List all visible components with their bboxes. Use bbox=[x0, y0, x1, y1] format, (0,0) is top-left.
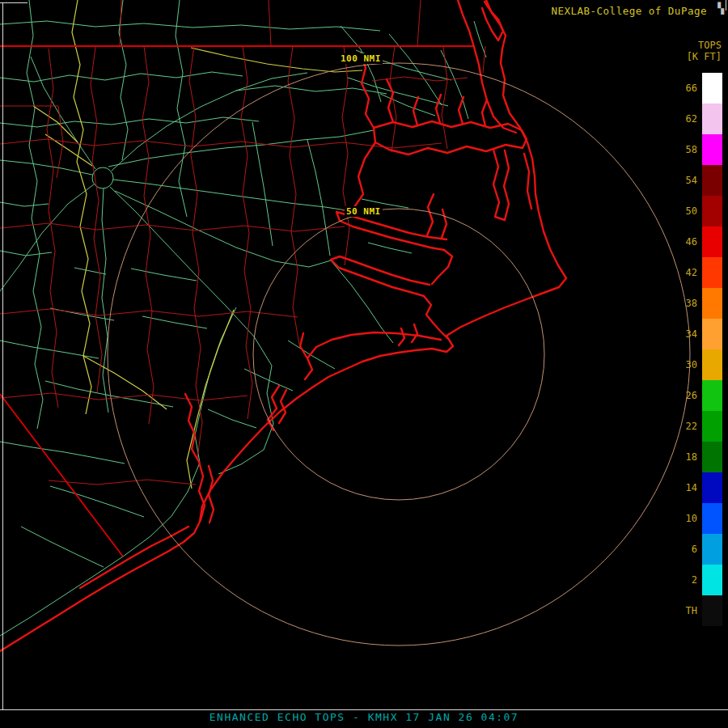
secondary-roads-path bbox=[176, 0, 187, 217]
secondary-roads-path bbox=[0, 202, 49, 206]
coastline-path bbox=[482, 99, 487, 126]
frame-border-bottom bbox=[0, 709, 728, 710]
pungo-river bbox=[427, 194, 434, 235]
colorbar-tick-label: 46 bbox=[675, 226, 702, 257]
county-boundaries-path bbox=[142, 46, 154, 424]
colorbar-swatch bbox=[702, 534, 722, 565]
colorbar-tick-label: 62 bbox=[675, 104, 702, 134]
secondary-roads-path bbox=[0, 117, 259, 127]
frame-border-topleft bbox=[0, 2, 28, 3]
county-boundaries-path bbox=[0, 309, 298, 317]
colorbar-row: 14 bbox=[675, 472, 722, 503]
county-boundaries-path bbox=[189, 46, 202, 458]
primary-highways-path bbox=[83, 356, 167, 409]
colorbar-title: TOPS bbox=[698, 40, 722, 51]
colorbar-row: 30 bbox=[675, 349, 722, 380]
colorbar-row: 2 bbox=[675, 565, 722, 595]
secondary-roads bbox=[0, 0, 486, 636]
colorbar-tick-label: 34 bbox=[675, 319, 702, 349]
colorbar-swatch bbox=[702, 257, 722, 288]
state-borders bbox=[0, 46, 473, 557]
coastline-path bbox=[413, 97, 418, 125]
southern-sound-shore bbox=[80, 527, 188, 588]
colorbar-row: 54 bbox=[675, 165, 722, 196]
colorbar-swatch bbox=[702, 73, 722, 104]
secondary-roads-path bbox=[0, 21, 380, 31]
secondary-roads-path bbox=[0, 72, 243, 82]
county-boundaries-path bbox=[91, 47, 102, 392]
roanoke-sound bbox=[524, 154, 531, 209]
colorbar-swatch bbox=[702, 503, 722, 534]
colorbar-tick-label: 66 bbox=[675, 73, 702, 104]
county-boundaries-path bbox=[342, 46, 349, 265]
secondary-roads-path bbox=[0, 442, 125, 463]
back-bay bbox=[482, 2, 503, 40]
county-boundaries-path bbox=[0, 393, 248, 400]
alligator-river bbox=[493, 150, 509, 220]
colorbar-tick-label: 26 bbox=[675, 380, 702, 411]
frame-border-topright bbox=[726, 0, 726, 11]
coastline-path bbox=[399, 328, 404, 345]
secondary-roads-path bbox=[27, 0, 43, 429]
colorbar-row: 42 bbox=[675, 257, 722, 288]
colorbar-row: 38 bbox=[675, 288, 722, 319]
colorbar-swatch bbox=[702, 565, 722, 595]
range-ring-label-50nmi: 50 NMI bbox=[345, 206, 383, 217]
coastline-path bbox=[459, 97, 463, 124]
secondary-roads-path bbox=[0, 251, 52, 256]
colorbar-swatch bbox=[702, 442, 722, 472]
coastline-path bbox=[412, 324, 417, 342]
primary-highways-path bbox=[191, 48, 362, 72]
county-boundaries-path bbox=[288, 46, 299, 345]
secondary-roads-path bbox=[208, 409, 256, 428]
colorbar-tick-label: 50 bbox=[675, 196, 702, 226]
colorbar-row: 34 bbox=[675, 319, 722, 349]
colorbar-swatch bbox=[702, 595, 722, 626]
coastline-path bbox=[432, 250, 452, 284]
colorbar-row: 18 bbox=[675, 442, 722, 472]
colorbar-swatch bbox=[702, 288, 722, 319]
range-ring-label-100nmi: 100 NMI bbox=[339, 53, 383, 64]
range-ring-50nmi bbox=[253, 209, 544, 500]
colorbar-row: 66 bbox=[675, 73, 722, 104]
nc-sc-border bbox=[0, 394, 123, 557]
colorbar-tick-label: 42 bbox=[675, 257, 702, 288]
colorbar-swatch bbox=[702, 411, 722, 442]
colorbar-row: 62 bbox=[675, 104, 722, 134]
map-canvas bbox=[0, 0, 728, 728]
albemarle-sound bbox=[374, 121, 527, 154]
colorbar-tick-label: 38 bbox=[675, 288, 702, 319]
secondary-roads-path bbox=[389, 34, 442, 105]
secondary-roads-path bbox=[31, 57, 95, 169]
colorbar: 66625854504642383430262218141062TH bbox=[675, 73, 722, 626]
colorbar-tick-label: 14 bbox=[675, 472, 702, 503]
white-oak-river bbox=[305, 347, 316, 379]
beltline-loop bbox=[92, 167, 113, 188]
colorbar-swatch bbox=[702, 134, 722, 165]
county-boundaries-path bbox=[269, 0, 271, 46]
colorbar-swatch bbox=[702, 472, 722, 503]
colorbar-row: 22 bbox=[675, 411, 722, 442]
outer-banks-and-south-coast bbox=[0, 0, 566, 651]
secondary-roads-path bbox=[115, 191, 331, 267]
colorbar-tick-label: 10 bbox=[675, 503, 702, 534]
colorbar-swatch bbox=[702, 165, 722, 196]
coastline-path bbox=[387, 79, 393, 122]
colorbar-swatch bbox=[702, 226, 722, 257]
coastline-path bbox=[300, 333, 307, 358]
secondary-roads-path bbox=[0, 184, 94, 291]
bogue-sound-shore bbox=[316, 332, 441, 347]
coastline-path bbox=[424, 296, 447, 338]
secondary-roads-path bbox=[0, 341, 99, 358]
colorbar-tick-label: 6 bbox=[675, 534, 702, 565]
coastline-path bbox=[436, 95, 441, 123]
range-ring-100nmi bbox=[108, 63, 690, 645]
secondary-roads-path bbox=[112, 73, 307, 171]
colorbar-row: 26 bbox=[675, 380, 722, 411]
colorbar-tick-label: 18 bbox=[675, 442, 702, 472]
colorbar-tick-label: 22 bbox=[675, 411, 702, 442]
secondary-roads-path bbox=[368, 243, 412, 253]
colorbar-tick-label: 58 bbox=[675, 134, 702, 165]
coastline-path bbox=[442, 210, 447, 238]
colorbar-row: 58 bbox=[675, 134, 722, 165]
